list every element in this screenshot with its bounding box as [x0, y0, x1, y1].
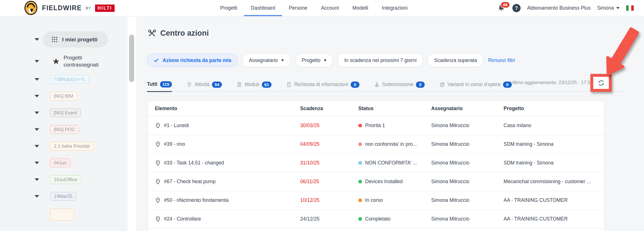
assignee-cell: Simona Mitruccio [431, 123, 504, 129]
assignee-cell: Simona Mitruccio [431, 197, 504, 203]
status-cell: Priorità 1 [358, 123, 431, 129]
user-menu[interactable]: Simona [597, 5, 620, 11]
due-date-cell: 06/11/25 [300, 179, 358, 185]
project-tag[interactable]: 1:1 hohe Priorität [50, 142, 94, 151]
status-label: Completato [365, 216, 391, 222]
chevron-down-icon[interactable] [35, 112, 39, 114]
status-cell: Devices Installed [358, 179, 431, 185]
sidebar-row-project-tag: [NG] POC [0, 125, 128, 134]
chevron-down-icon[interactable] [35, 195, 39, 198]
status-dot-icon [358, 161, 362, 165]
element-label: #33 - Task 14.51 - changed [164, 160, 224, 166]
element-cell[interactable]: #67 - Check heat pump [148, 179, 300, 185]
table-row[interactable]: #33 - Task 14.51 - changed31/10/25NON CO… [148, 154, 604, 172]
user-name: Simona [597, 5, 614, 11]
sidebar-item-my-projects[interactable]: I miei progetti [43, 31, 108, 48]
nav-item-account[interactable]: Account [314, 0, 346, 16]
filter-chip-label: Scadenza superata [434, 57, 477, 63]
change-order-icon [439, 82, 445, 87]
tab-label: Moduli [245, 82, 259, 87]
status-dot-icon [358, 180, 362, 183]
chevron-down-icon [616, 7, 620, 9]
chevron-down-icon[interactable] [35, 162, 39, 164]
tab-count-badge: 61 [262, 82, 272, 88]
project-tag[interactable]: 04Jun [50, 159, 71, 167]
tab-varianti-in-corso-d-opera[interactable]: Varianti in corso d'opera0 [439, 82, 512, 92]
tab-richiesta-di-informazioni[interactable]: Richiesta di informazioni0 [286, 82, 359, 92]
filter-chip[interactable]: Azione richiesta da parte mia [147, 54, 238, 67]
nav-item-dashboard[interactable]: Dashboard [244, 0, 282, 16]
tab-count-badge: 0 [351, 82, 359, 88]
chevron-down-icon[interactable] [35, 95, 39, 98]
sidebar-scrollbar-track [128, 16, 136, 231]
project-cell: Casa milano [504, 123, 605, 129]
star-icon [52, 58, 60, 65]
sidebar-row-project-tag: [NG] Event [0, 108, 128, 117]
chevron-down-icon[interactable] [35, 145, 39, 148]
column-header-scadenza: Scadenza [300, 106, 358, 112]
nav-item-modelli[interactable]: Modelli [346, 0, 375, 16]
due-date-cell: 04/09/25 [300, 141, 358, 147]
filter-chips-row: Azione richiesta da parte miaAssegnatari… [147, 54, 515, 67]
project-tag[interactable] [50, 209, 74, 221]
fieldwire-logo[interactable]: FIELDWIRE BY HILTI [24, 0, 115, 16]
column-header-assegnatario: Assegnatario [431, 106, 504, 112]
filter-chip-label: Azione richiesta da parte mia [163, 57, 231, 63]
map-pin-icon [155, 141, 161, 147]
assignee-cell: Simona Mitruccio [431, 216, 504, 222]
project-tag[interactable]: [NG] Event [50, 108, 81, 117]
project-tag[interactable]: 16JulOffice [50, 175, 81, 184]
sidebar-row-starred-projects[interactable]: Progetti contrassegnati [0, 54, 128, 68]
project-tag[interactable]: 19Mar25 [50, 192, 76, 201]
chevron-down-icon[interactable] [35, 60, 39, 63]
nav-item-integrazioni[interactable]: Integrazioni [375, 0, 414, 16]
check-icon [153, 57, 159, 63]
table-row[interactable]: #24 - Controllare24/12/25CompletatoSimon… [148, 210, 604, 228]
status-label: Devices Installed [365, 179, 403, 185]
project-tag[interactable]: [NG] POC [50, 125, 79, 134]
remove-filters-link[interactable]: Rimuovi filtri [488, 57, 515, 63]
help-button[interactable]: ? [512, 4, 521, 12]
chevron-down-icon[interactable] [35, 128, 39, 131]
filter-chip[interactable]: In scadenza nei prossimi 7 giorni [338, 54, 423, 67]
table-row[interactable]: #39 - rino04/09/25non conformita' in pro… [148, 135, 604, 154]
italian-flag-icon[interactable] [626, 5, 634, 11]
table-row[interactable]: #50 - rifacimento fondamenta10/12/25In c… [148, 191, 604, 210]
status-cell: non conformita' in pro... [358, 141, 431, 147]
refresh-button[interactable] [597, 79, 605, 87]
chevron-down-icon[interactable] [35, 178, 39, 181]
project-cell: Mecanichal commisioning - customer ... [504, 179, 605, 185]
refresh-icon [597, 79, 605, 87]
element-cell[interactable]: #1 - Lunedi [148, 123, 300, 129]
tab-count-badge: 54 [212, 82, 222, 88]
assignee-cell: Simona Mitruccio [431, 179, 504, 185]
filter-chip[interactable]: Progetto [295, 54, 333, 67]
map-pin-icon [155, 179, 161, 185]
chevron-down-icon[interactable] [35, 38, 39, 41]
sidebar-scrollbar-thumb[interactable] [129, 35, 134, 82]
table-row[interactable]: #67 - Check heat pump06/11/25Devices Ins… [148, 172, 604, 191]
project-tag[interactable]: !"#$%&/())==?¡ [50, 75, 89, 84]
chevron-down-icon[interactable] [35, 78, 39, 81]
subscription-label[interactable]: Abbonamento Business Plus [527, 5, 591, 11]
sidebar-row-project-tag: 04Jun [0, 159, 128, 167]
element-cell[interactable]: #39 - rino [148, 141, 300, 147]
due-date-cell: 31/10/25 [300, 160, 358, 166]
tab-attivit-[interactable]: Attività54 [187, 82, 222, 92]
element-cell[interactable]: #50 - rifacimento fondamenta [148, 197, 300, 203]
filter-chip-label: Progetto [302, 57, 320, 63]
project-tag[interactable]: [NG] BIM [50, 92, 77, 100]
tab-tutti[interactable]: Tutti115 [147, 81, 172, 92]
notifications-button[interactable]: 88 [497, 4, 506, 12]
tab-sottomissione[interactable]: Sottomissione0 [374, 82, 425, 92]
filter-chip[interactable]: Scadenza superata [428, 54, 483, 67]
element-cell[interactable]: #33 - Task 14.51 - changed [148, 160, 300, 166]
element-cell[interactable]: #24 - Controllare [148, 216, 300, 222]
table-row[interactable]: #1 - Lunedi30/03/25Priorità 1Simona Mitr… [148, 116, 604, 135]
nav-item-progetti[interactable]: Progetti [213, 0, 244, 16]
filter-chip[interactable]: Assegnatario [242, 54, 291, 67]
tab-moduli[interactable]: Moduli61 [237, 82, 272, 92]
nav-item-persone[interactable]: Persone [282, 0, 314, 16]
chevron-down-icon [324, 59, 327, 61]
status-label: In corso [365, 197, 383, 203]
